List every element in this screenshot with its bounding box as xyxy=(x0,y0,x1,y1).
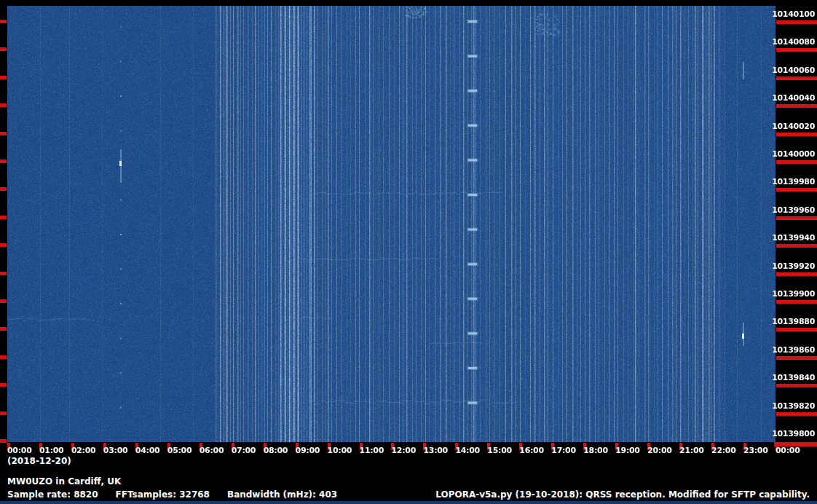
freq-label: 10139920 xyxy=(772,261,815,271)
freq-tick-right xyxy=(776,272,817,276)
date-label: (2018-12-20) xyxy=(7,456,71,466)
time-label: 11:00 xyxy=(360,446,384,455)
freq-tick-left xyxy=(0,355,7,359)
time-label: 19:00 xyxy=(615,446,640,455)
station-label: MW0UZO in Cardiff, UK xyxy=(7,476,121,487)
footer-strip xyxy=(0,501,817,504)
freq-tick-left xyxy=(0,216,7,219)
freq-tick-right xyxy=(776,356,817,360)
time-label: 05:00 xyxy=(167,446,192,455)
freq-tick-left xyxy=(0,412,7,415)
software-label: LOPORA-v5a.py (19-10-2018): QRSS recepti… xyxy=(435,489,810,500)
freq-tick-left xyxy=(0,76,7,79)
time-label: 23:00 xyxy=(743,446,768,455)
freq-tick-left xyxy=(0,439,7,443)
time-label: 08:00 xyxy=(264,446,288,455)
stats-line: Sample rate: 8820FFTsamples: 32768Bandwi… xyxy=(7,489,355,500)
freq-tick-right xyxy=(776,300,817,304)
freq-label: 10139980 xyxy=(772,177,815,186)
freq-tick-right xyxy=(776,188,817,192)
freq-label: 10139900 xyxy=(772,289,815,299)
freq-tick-left xyxy=(0,243,7,247)
spectrogram-canvas xyxy=(7,6,775,442)
time-label: 01:00 xyxy=(39,446,64,455)
freq-tick-right xyxy=(776,104,817,108)
freq-tick-right xyxy=(776,48,817,52)
freq-tick-right xyxy=(776,328,817,331)
freq-tick-right xyxy=(776,216,817,220)
time-label: 12:00 xyxy=(391,446,416,455)
time-label: 06:00 xyxy=(200,446,224,455)
freq-label: 10139860 xyxy=(772,345,815,355)
time-label: 14:00 xyxy=(455,446,480,455)
time-label: 13:00 xyxy=(423,446,448,455)
time-label: 18:00 xyxy=(583,446,608,455)
freq-tick-left xyxy=(0,299,7,303)
qrss-grabber-image: 1014010010140080101400601014004010140020… xyxy=(0,0,817,504)
freq-label: 10139840 xyxy=(772,373,815,382)
freq-label: 10140060 xyxy=(772,66,815,75)
time-label: 17:00 xyxy=(551,446,576,455)
freq-tick-right xyxy=(776,244,817,248)
freq-label: 10139940 xyxy=(772,233,815,243)
freq-tick-right xyxy=(776,160,817,164)
freq-tick-left xyxy=(0,383,7,387)
time-label: 10:00 xyxy=(328,446,352,455)
sample-rate-label: Sample rate: 8820 xyxy=(7,489,98,500)
time-label: 16:00 xyxy=(519,446,544,455)
time-label: 04:00 xyxy=(135,446,160,455)
time-label: 20:00 xyxy=(647,446,672,455)
freq-tick-right xyxy=(776,412,817,416)
freq-tick-left xyxy=(0,103,7,107)
bandwidth-label: Bandwidth (mHz): 403 xyxy=(227,489,337,500)
freq-tick-left xyxy=(0,47,7,51)
freq-label: 10140000 xyxy=(772,149,815,159)
freq-tick-left xyxy=(0,132,7,135)
time-label: 09:00 xyxy=(296,446,320,455)
freq-label: 10140040 xyxy=(772,93,815,103)
time-label: 22:00 xyxy=(711,446,736,455)
freq-label: 10139880 xyxy=(772,317,815,326)
freq-label: 10140100 xyxy=(772,9,815,19)
freq-tick-left xyxy=(0,20,7,23)
time-label: 07:00 xyxy=(232,446,256,455)
freq-tick-left xyxy=(0,272,7,275)
time-label: 15:00 xyxy=(487,446,512,455)
freq-label: 10139960 xyxy=(772,205,815,215)
time-label: 00:00 xyxy=(7,446,32,455)
freq-tick-right xyxy=(776,76,817,80)
freq-label: 10140020 xyxy=(772,122,815,131)
freq-label: 10139820 xyxy=(772,401,815,411)
freq-tick-right xyxy=(776,384,817,387)
freq-tick-right xyxy=(776,133,817,136)
time-label: 21:00 xyxy=(679,446,704,455)
time-label: 00:00 xyxy=(775,446,800,455)
freq-label: 10139800 xyxy=(772,429,815,438)
freq-tick-right xyxy=(776,20,817,24)
freq-tick-left xyxy=(0,160,7,163)
time-label: 02:00 xyxy=(71,446,96,455)
time-label: 03:00 xyxy=(103,446,128,455)
fft-samples-label: FFTsamples: 32768 xyxy=(116,489,210,500)
freq-label: 10140080 xyxy=(772,37,815,47)
freq-tick-left xyxy=(0,327,7,331)
freq-tick-left xyxy=(0,187,7,191)
